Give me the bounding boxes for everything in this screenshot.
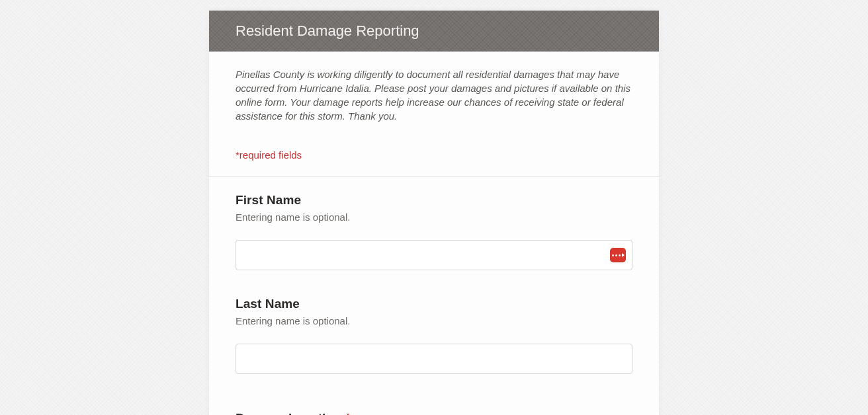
required-fields-note: *required fields	[236, 149, 632, 176]
password-manager-icon[interactable]	[610, 248, 626, 262]
intro-text: Pinellas County is working diligently to…	[236, 67, 632, 123]
last-name-input-wrap	[236, 344, 632, 374]
last-name-help: Entering name is optional.	[236, 315, 632, 326]
damage-location-label-text: Damage Location:	[236, 411, 345, 415]
last-name-group: Last Name Entering name is optional.	[209, 291, 659, 395]
first-name-help: Entering name is optional.	[236, 211, 632, 223]
first-name-input[interactable]	[236, 240, 632, 270]
form-title: Resident Damage Reporting	[236, 22, 419, 39]
last-name-label: Last Name	[236, 297, 632, 311]
form-container: Resident Damage Reporting Pinellas Count…	[209, 11, 659, 415]
form-intro-section: Pinellas County is working diligently to…	[209, 52, 659, 176]
damage-location-group: Damage Location:* Please provide locatio…	[209, 395, 659, 415]
first-name-group: First Name Entering name is optional.	[209, 177, 659, 291]
form-header: Resident Damage Reporting	[209, 11, 659, 52]
required-star: *	[345, 411, 351, 415]
first-name-label: First Name	[236, 193, 632, 208]
damage-location-label: Damage Location:*	[236, 411, 632, 415]
first-name-input-wrap	[236, 240, 632, 270]
last-name-input[interactable]	[236, 344, 632, 374]
